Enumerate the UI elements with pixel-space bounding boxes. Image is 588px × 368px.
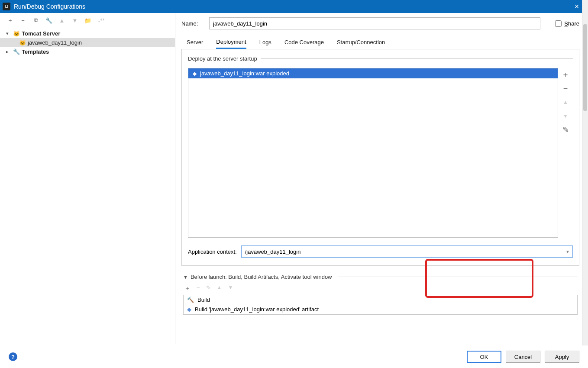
tree-node-tomcat[interactable]: ▾ 🐱 Tomcat Server	[0, 29, 175, 38]
scrollbar-thumb[interactable]	[583, 24, 587, 111]
tab-server[interactable]: Server	[187, 39, 203, 49]
add-icon[interactable]: ＋	[185, 284, 191, 292]
before-launch-list[interactable]: 🔨 Build ◆ Build 'javaweb_day11_login:war…	[183, 295, 578, 315]
copy-icon[interactable]: ⧉	[32, 17, 40, 24]
left-toolbar: ＋ − ⧉ 🔧 ▲ ▼ 📁 ↓ᵃᶻ	[0, 16, 175, 29]
artifact-icon: ◆	[187, 306, 191, 313]
list-item[interactable]: ◆ Build 'javaweb_day11_login:war explode…	[184, 305, 577, 314]
artifact-list[interactable]: ◆ javaweb_day11_login:war exploded	[188, 68, 558, 238]
right-panel: Name: Share Server Deployment Logs Code …	[175, 13, 588, 344]
config-tree[interactable]: ▾ 🐱 Tomcat Server 🐱 javaweb_day11_login …	[0, 29, 175, 344]
name-row: Name: Share	[181, 17, 579, 29]
context-row: Application context: /javaweb_day11_logi…	[188, 245, 573, 258]
tree-label: Tomcat Server	[22, 30, 60, 37]
share-checkbox[interactable]	[555, 20, 562, 27]
cancel-button[interactable]: Cancel	[506, 351, 540, 363]
folder-icon[interactable]: 📁	[84, 17, 92, 24]
hammer-icon: 🔨	[187, 297, 194, 303]
tree-label: Templates	[22, 48, 49, 55]
context-combo[interactable]: /javaweb_day11_login ▼	[241, 245, 573, 258]
before-launch-section: ▼ Before launch: Build, Build Artifacts,…	[181, 274, 579, 315]
chevron-down-icon: ▾	[6, 31, 11, 36]
deploy-side-toolbar: ＋ − ▲ ▼ ✎	[558, 68, 573, 238]
deploy-legend: Deploy at the server startup	[188, 55, 261, 62]
move-up-icon[interactable]: ▲	[561, 97, 570, 107]
list-item-label: Build 'javaweb_day11_login:war exploded'…	[195, 306, 319, 313]
move-up-icon[interactable]: ▲	[58, 17, 66, 24]
tomcat-icon: 🐱	[13, 30, 20, 37]
artifact-item[interactable]: ◆ javaweb_day11_login:war exploded	[188, 68, 558, 78]
move-down-icon[interactable]: ▼	[71, 17, 79, 24]
tree-label: javaweb_day11_login	[28, 39, 82, 46]
chevron-down-icon[interactable]: ▼	[183, 274, 188, 280]
tomcat-local-icon: 🐱	[19, 39, 26, 46]
scrollbar[interactable]	[582, 0, 588, 345]
artifact-label: javaweb_day11_login:war exploded	[200, 70, 289, 77]
remove-icon[interactable]: −	[19, 17, 27, 24]
tabs: Server Deployment Logs Code Coverage Sta…	[181, 36, 579, 49]
before-launch-toolbar: ＋ − ✎ ▲ ▼	[183, 284, 578, 292]
move-up-icon[interactable]: ▲	[217, 284, 222, 292]
tab-startup-connection[interactable]: Startup/Connection	[337, 39, 385, 49]
move-down-icon[interactable]: ▼	[561, 111, 570, 121]
help-icon[interactable]: ?	[9, 352, 17, 361]
tree-node-config[interactable]: 🐱 javaweb_day11_login	[0, 38, 175, 47]
list-item-label: Build	[197, 297, 210, 303]
add-icon[interactable]: ＋	[561, 70, 570, 79]
add-icon[interactable]: ＋	[6, 16, 14, 24]
remove-icon[interactable]: −	[197, 284, 200, 292]
share-label: Share	[564, 20, 579, 27]
tab-code-coverage[interactable]: Code Coverage	[284, 39, 324, 49]
sort-icon[interactable]: ↓ᵃᶻ	[97, 17, 105, 23]
ok-button[interactable]: OK	[467, 351, 501, 363]
context-label: Application context:	[188, 249, 237, 255]
chevron-right-icon: ▸	[6, 49, 11, 55]
before-launch-title: Before launch: Build, Build Artifacts, A…	[191, 274, 332, 280]
apply-button[interactable]: Apply	[545, 351, 579, 363]
dialog-footer: ? OK Cancel Apply	[0, 345, 588, 368]
wrench-icon: 🔧	[13, 48, 20, 55]
list-item[interactable]: 🔨 Build	[184, 295, 577, 305]
edit-icon[interactable]: ✎	[561, 125, 570, 135]
tab-deployment[interactable]: Deployment	[216, 39, 246, 49]
context-value: /javaweb_day11_login	[245, 249, 301, 255]
name-input[interactable]	[209, 17, 540, 29]
deploy-fieldset: Deploy at the server startup ◆ javaweb_d…	[188, 55, 573, 238]
wrench-icon[interactable]: 🔧	[45, 17, 53, 24]
window-title: Run/Debug Configurations	[14, 3, 568, 10]
move-down-icon[interactable]: ▼	[228, 284, 233, 292]
name-label: Name:	[181, 20, 203, 27]
left-panel: ＋ − ⧉ 🔧 ▲ ▼ 📁 ↓ᵃᶻ ▾ 🐱 Tomcat Server 🐱 ja…	[0, 13, 175, 344]
edit-icon[interactable]: ✎	[206, 284, 211, 292]
divider	[338, 277, 578, 277]
deployment-panel: Deploy at the server startup ◆ javaweb_d…	[181, 49, 579, 266]
tree-node-templates[interactable]: ▸ 🔧 Templates	[0, 47, 175, 56]
title-bar: IJ Run/Debug Configurations ×	[0, 0, 588, 13]
remove-icon[interactable]: −	[561, 84, 570, 93]
artifact-icon: ◆	[193, 71, 197, 77]
app-icon: IJ	[3, 3, 10, 10]
chevron-down-icon: ▼	[565, 249, 570, 254]
tab-logs[interactable]: Logs	[259, 39, 271, 49]
